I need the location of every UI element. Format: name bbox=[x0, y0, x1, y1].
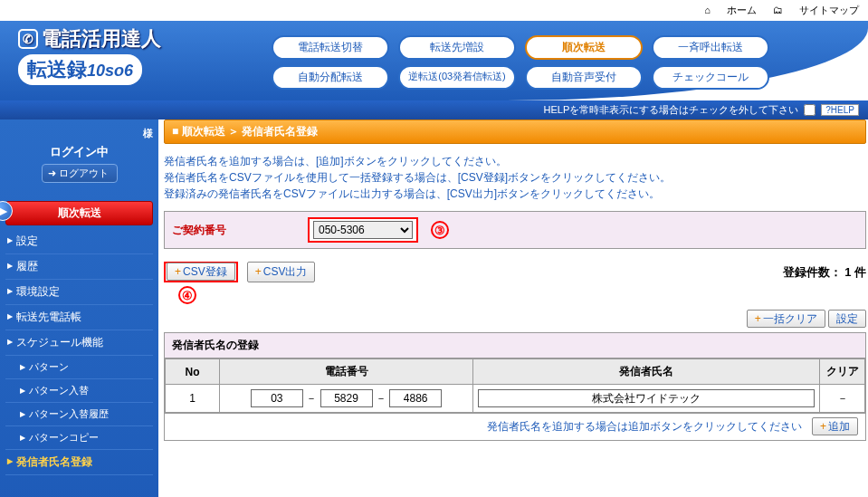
th-name: 発信者氏名 bbox=[473, 359, 820, 385]
logo: ✆電話活用達人 転送録10so6 bbox=[18, 25, 161, 85]
name-input[interactable] bbox=[478, 389, 815, 407]
table-row: 1 － － － bbox=[166, 385, 865, 413]
menu-item-4[interactable]: スケジュール機能 bbox=[5, 330, 153, 356]
th-clear: クリア bbox=[820, 359, 865, 385]
menu-item-3[interactable]: 転送先電話帳 bbox=[5, 305, 153, 330]
add-hint: 発信者氏名を追加する場合は追加ボタンをクリックしてください bbox=[487, 420, 802, 433]
menu-item-7[interactable]: パターン入替履歴 bbox=[5, 403, 153, 426]
nav-btn-3[interactable]: 一斉呼出転送 bbox=[652, 35, 769, 60]
th-no: No bbox=[166, 359, 220, 385]
help-button[interactable]: ?HELP bbox=[821, 104, 859, 116]
bulk-clear-button[interactable]: +一括クリア bbox=[747, 310, 825, 328]
menu-item-6[interactable]: パターン入替 bbox=[5, 379, 153, 403]
phone-icon: ✆ bbox=[18, 29, 38, 49]
add-button[interactable]: +追加 bbox=[812, 417, 858, 435]
help-visible-checkbox[interactable] bbox=[804, 104, 816, 116]
record-count: 登録件数： 1 件 bbox=[783, 264, 866, 281]
annotation-4: ④ bbox=[178, 286, 196, 304]
sitemap-link[interactable]: 🗂 サイトマップ bbox=[773, 5, 859, 15]
nav-btn-6[interactable]: 自動音声受付 bbox=[525, 65, 643, 90]
cell-no: 1 bbox=[166, 385, 220, 413]
contract-select[interactable]: 050-5306 bbox=[313, 221, 413, 239]
contract-label: ご契約番号 bbox=[172, 223, 308, 238]
logout-button[interactable]: ➜ ログアウト bbox=[42, 164, 118, 183]
nav-btn-2[interactable]: 順次転送 bbox=[525, 35, 643, 60]
annotation-3: ③ bbox=[431, 221, 449, 239]
phone-input-1[interactable] bbox=[251, 389, 303, 407]
menu-item-2[interactable]: 環境設定 bbox=[5, 280, 153, 305]
th-phone: 電話番号 bbox=[220, 359, 473, 385]
menu-item-5[interactable]: パターン bbox=[5, 356, 153, 379]
breadcrumb: ■ 順次転送 ＞ 発信者氏名登録 bbox=[164, 119, 866, 144]
menu-item-9[interactable]: 発信者氏名登録 bbox=[5, 450, 153, 475]
nav-btn-7[interactable]: チェックコール bbox=[652, 65, 769, 90]
section-title: 発信者氏名の登録 bbox=[165, 333, 865, 358]
help-bar-text: HELPを常時非表示にする場合はチェックを外して下さい bbox=[544, 103, 799, 117]
phone-input-2[interactable] bbox=[320, 389, 373, 407]
csv-export-button[interactable]: +CSV出力 bbox=[247, 262, 316, 282]
menu-item-0[interactable]: 設定 bbox=[5, 229, 153, 254]
home-link[interactable]: ⌂ ホーム bbox=[704, 5, 757, 15]
menu-item-1[interactable]: 履歴 bbox=[5, 254, 153, 280]
menu-header: 順次転送 bbox=[5, 201, 153, 225]
csv-register-button[interactable]: +CSV登録 bbox=[167, 263, 235, 281]
nav-btn-0[interactable]: 電話転送切替 bbox=[272, 35, 389, 60]
nav-btn-1[interactable]: 転送先増設 bbox=[398, 35, 516, 60]
nav-btn-4[interactable]: 自動分配転送 bbox=[272, 65, 389, 90]
phone-input-3[interactable] bbox=[389, 389, 442, 407]
cell-name bbox=[473, 385, 820, 413]
nav-btn-5[interactable]: 逆転送(03発着信転送) bbox=[398, 65, 516, 90]
cell-phone: － － bbox=[220, 385, 473, 413]
menu-item-8[interactable]: パターンコピー bbox=[5, 426, 153, 450]
instructions: 発信者氏名を追加する場合は、[追加]ボタンをクリックしてください。 発信者氏名を… bbox=[164, 153, 866, 202]
user-suffix: 様 bbox=[143, 128, 153, 139]
settei-button[interactable]: 設定 bbox=[828, 310, 866, 328]
cell-clear[interactable]: － bbox=[820, 385, 865, 413]
login-status: ログイン中 bbox=[5, 144, 153, 160]
